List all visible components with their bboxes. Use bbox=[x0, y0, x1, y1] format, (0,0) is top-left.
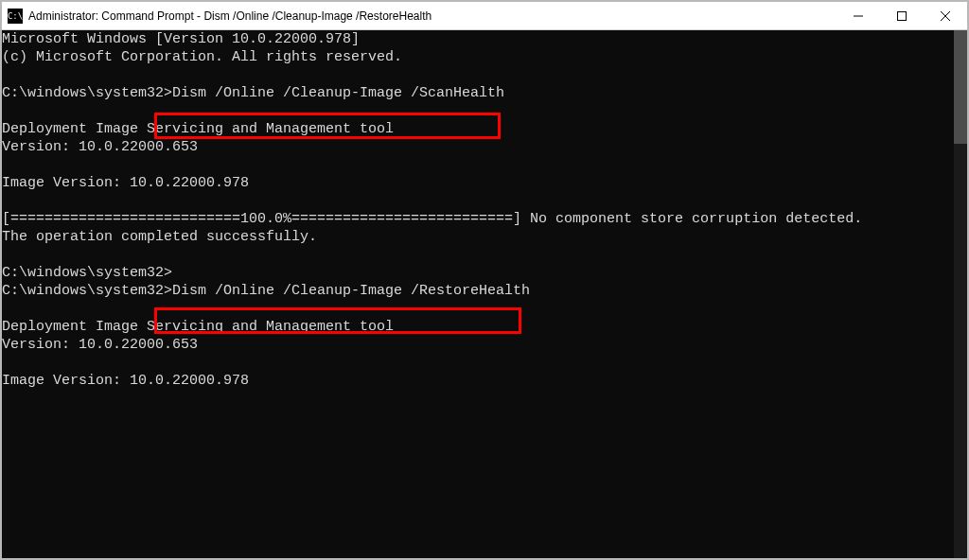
maximize-icon bbox=[897, 11, 907, 21]
window-frame: C:\ Administrator: Command Prompt - Dism… bbox=[0, 0, 969, 560]
terminal-line bbox=[2, 66, 954, 84]
terminal-line: Version: 10.0.22000.653 bbox=[2, 336, 954, 354]
terminal-line: Image Version: 10.0.22000.978 bbox=[2, 174, 954, 192]
terminal-line: Deployment Image Servicing and Managemen… bbox=[2, 120, 954, 138]
window-controls bbox=[837, 2, 967, 29]
window-titlebar[interactable]: C:\ Administrator: Command Prompt - Dism… bbox=[2, 2, 967, 30]
terminal-line bbox=[2, 102, 954, 120]
terminal-line: Deployment Image Servicing and Managemen… bbox=[2, 318, 954, 336]
terminal-area[interactable]: Microsoft Windows [Version 10.0.22000.97… bbox=[2, 30, 967, 558]
terminal-line: [===========================100.0%======… bbox=[2, 210, 954, 228]
window-title: Administrator: Command Prompt - Dism /On… bbox=[28, 9, 432, 23]
terminal-output: Microsoft Windows [Version 10.0.22000.97… bbox=[2, 30, 954, 558]
scrollbar-thumb[interactable] bbox=[954, 30, 967, 144]
svg-rect-1 bbox=[898, 11, 907, 20]
cmd-icon: C:\ bbox=[8, 9, 23, 24]
terminal-line: Version: 10.0.22000.653 bbox=[2, 138, 954, 156]
terminal-line: (c) Microsoft Corporation. All rights re… bbox=[2, 48, 954, 66]
terminal-line bbox=[2, 192, 954, 210]
close-button[interactable] bbox=[924, 2, 967, 29]
close-icon bbox=[941, 11, 950, 21]
terminal-line: Image Version: 10.0.22000.978 bbox=[2, 372, 954, 390]
terminal-line: Microsoft Windows [Version 10.0.22000.97… bbox=[2, 30, 954, 48]
terminal-line bbox=[2, 300, 954, 318]
terminal-line: C:\windows\system32> bbox=[2, 264, 954, 282]
terminal-line: C:\windows\system32>Dism /Online /Cleanu… bbox=[2, 282, 954, 300]
terminal-line: The operation completed successfully. bbox=[2, 228, 954, 246]
minimize-button[interactable] bbox=[837, 2, 880, 29]
terminal-line bbox=[2, 390, 954, 408]
terminal-line bbox=[2, 246, 954, 264]
scrollbar-vertical[interactable] bbox=[954, 30, 967, 558]
minimize-icon bbox=[854, 11, 863, 21]
maximize-button[interactable] bbox=[880, 2, 924, 29]
terminal-line bbox=[2, 156, 954, 174]
terminal-line: C:\windows\system32>Dism /Online /Cleanu… bbox=[2, 84, 954, 102]
terminal-line bbox=[2, 354, 954, 372]
